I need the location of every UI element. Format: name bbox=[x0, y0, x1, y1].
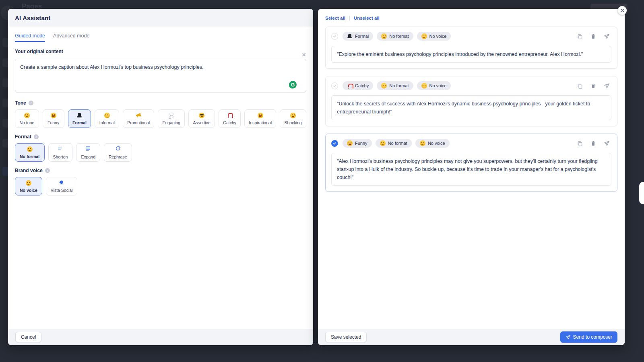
trash-icon[interactable] bbox=[590, 83, 596, 89]
select-checkbox[interactable] bbox=[331, 33, 338, 40]
ai-assistant-panel: AI Assistant Guided mode Advanced mode Y… bbox=[8, 9, 313, 345]
magnet-icon bbox=[347, 83, 353, 88]
tone-promotional-button[interactable]: Promotional bbox=[123, 109, 154, 128]
top-hat-icon bbox=[76, 113, 82, 118]
star-struck-face-icon bbox=[258, 113, 263, 118]
cancel-button[interactable]: Cancel bbox=[15, 332, 41, 342]
copy-icon[interactable] bbox=[577, 83, 583, 89]
neutral-face-icon bbox=[421, 33, 427, 39]
tone-label: Tone bbox=[15, 100, 26, 106]
grammarly-icon[interactable]: G bbox=[289, 81, 297, 88]
tone-informal-button[interactable]: Informal bbox=[95, 109, 119, 128]
tone-assertive-button[interactable]: Assertive bbox=[188, 109, 215, 128]
badge-row: Catchy No format No voice bbox=[343, 81, 577, 90]
scrollbar-thumb[interactable] bbox=[639, 182, 644, 204]
format-rephrase-button[interactable]: Rephrase bbox=[104, 143, 132, 162]
astonished-face-icon bbox=[290, 113, 296, 118]
tone-inspirational-button[interactable]: Inspirational bbox=[244, 109, 276, 128]
info-icon: i bbox=[45, 168, 50, 173]
tone-badge: Funny bbox=[343, 139, 372, 148]
select-all-link[interactable]: Select all bbox=[325, 16, 345, 21]
tone-funny-button[interactable]: Funny bbox=[43, 109, 64, 128]
format-no-format-button[interactable]: No format bbox=[15, 143, 45, 162]
brand-voice-label: Brand voice bbox=[15, 168, 43, 173]
result-card: Formal No format No voice "Explore the e… bbox=[325, 27, 617, 69]
neutral-face-icon bbox=[420, 140, 425, 146]
trash-icon[interactable] bbox=[590, 33, 596, 39]
divider bbox=[349, 16, 350, 21]
info-icon: i bbox=[29, 101, 33, 105]
unselect-all-link[interactable]: Unselect all bbox=[354, 16, 380, 21]
trash-icon[interactable] bbox=[590, 140, 596, 146]
voice-vista-social-button[interactable]: Vista Social bbox=[46, 177, 78, 195]
select-checkbox[interactable] bbox=[331, 82, 338, 89]
tone-engaging-button[interactable]: Engaging bbox=[158, 109, 185, 128]
info-icon: i bbox=[34, 134, 39, 139]
tone-badge: Catchy bbox=[343, 81, 373, 90]
megaphone-icon bbox=[136, 113, 141, 118]
format-label: Format bbox=[15, 134, 31, 140]
result-text: "Explore the eminent business psychology… bbox=[331, 46, 611, 63]
tone-no-tone-button[interactable]: No tone bbox=[15, 109, 39, 128]
format-options: No format Shorten Expand Rephrase bbox=[15, 143, 306, 162]
voice-badge: No voice bbox=[417, 81, 451, 90]
panel-header: AI Assistant bbox=[8, 9, 313, 27]
top-hat-icon bbox=[347, 33, 353, 39]
clear-content-icon[interactable]: ✕ bbox=[301, 52, 306, 58]
result-card-selected: Funny No format No voice "Alex Hormozi's… bbox=[325, 134, 617, 192]
original-content-input[interactable]: Create a sample caption about Alex Hormo… bbox=[15, 59, 306, 93]
select-checkbox-checked[interactable] bbox=[331, 140, 338, 147]
speech-bubble-icon bbox=[169, 113, 174, 118]
tone-options: No tone Funny Formal Informal Promotiona… bbox=[15, 109, 306, 128]
refresh-arrows-icon bbox=[115, 146, 121, 152]
smiling-face-icon bbox=[104, 113, 110, 118]
neutral-face-icon bbox=[26, 180, 31, 186]
neutral-face-icon bbox=[380, 140, 386, 146]
shorten-lines-icon bbox=[58, 146, 63, 152]
vista-social-logo-icon bbox=[59, 180, 64, 186]
tab-guided-mode[interactable]: Guided mode bbox=[15, 33, 45, 42]
copy-icon[interactable] bbox=[577, 33, 583, 39]
send-icon[interactable] bbox=[604, 83, 610, 89]
send-icon bbox=[566, 335, 571, 340]
tab-advanced-mode[interactable]: Advanced mode bbox=[53, 33, 89, 42]
save-selected-button[interactable]: Save selected bbox=[325, 332, 367, 342]
send-icon[interactable] bbox=[604, 140, 610, 146]
selection-links: Select all Unselect all bbox=[318, 9, 625, 27]
left-panel-footer: Cancel bbox=[8, 329, 313, 345]
result-card: Catchy No format No voice "Unlock the se… bbox=[325, 76, 617, 126]
voice-badge: No voice bbox=[415, 139, 450, 148]
laughing-face-icon bbox=[347, 140, 353, 146]
send-icon[interactable] bbox=[604, 33, 610, 39]
tone-badge: Formal bbox=[343, 32, 373, 41]
send-to-composer-button[interactable]: Send to composer bbox=[560, 331, 617, 343]
badge-row: Funny No format No voice bbox=[343, 139, 577, 148]
tone-catchy-button[interactable]: Catchy bbox=[219, 109, 241, 128]
format-badge: No format bbox=[376, 139, 412, 148]
tone-formal-button[interactable]: Formal bbox=[68, 109, 91, 128]
sunglasses-face-icon bbox=[199, 113, 204, 118]
badge-row: Formal No format No voice bbox=[343, 32, 577, 41]
panel-title: AI Assistant bbox=[15, 14, 51, 21]
ai-results-panel: Select all Unselect all Formal No format… bbox=[318, 9, 625, 345]
neutral-face-icon bbox=[27, 146, 33, 152]
mode-tabs: Guided mode Advanced mode bbox=[15, 33, 306, 42]
right-panel-footer: Save selected Send to composer bbox=[318, 329, 625, 345]
voice-badge: No voice bbox=[417, 32, 451, 41]
original-content-label: Your original content bbox=[15, 49, 306, 54]
format-badge: No format bbox=[377, 32, 413, 41]
result-text: "Alex Hormozi's business psychology prin… bbox=[331, 153, 611, 186]
voice-no-voice-button[interactable]: No voice bbox=[15, 177, 42, 195]
neutral-face-icon bbox=[381, 83, 387, 88]
format-expand-button[interactable]: Expand bbox=[76, 143, 100, 162]
neutral-face-icon bbox=[24, 113, 30, 118]
brand-voice-options: No voice Vista Social bbox=[15, 177, 306, 195]
copy-icon[interactable] bbox=[577, 140, 583, 146]
laughing-face-icon bbox=[51, 113, 56, 118]
close-icon[interactable] bbox=[618, 6, 627, 15]
format-shorten-button[interactable]: Shorten bbox=[48, 143, 73, 162]
magnet-icon bbox=[227, 113, 233, 118]
format-badge: No format bbox=[377, 81, 413, 90]
tone-shocking-button[interactable]: Shocking bbox=[280, 109, 306, 128]
neutral-face-icon bbox=[381, 33, 387, 39]
